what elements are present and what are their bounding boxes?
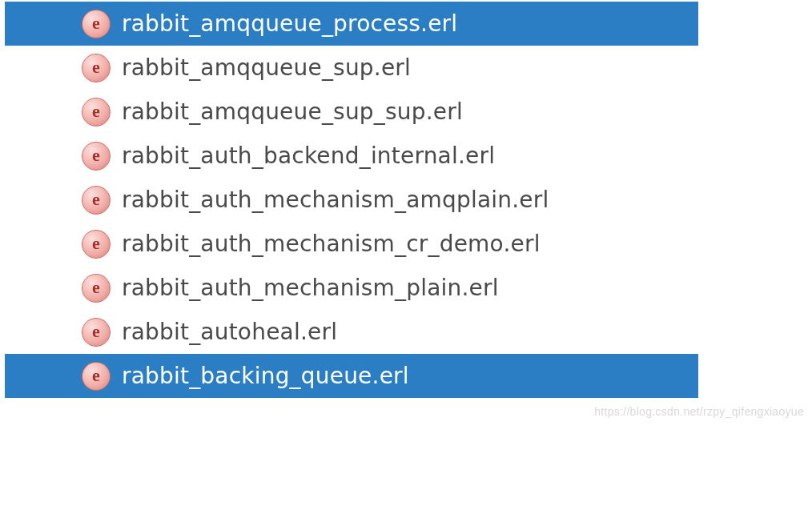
file-row[interactable]: e rabbit_amqqueue_sup.erl — [5, 46, 698, 90]
file-name-label: rabbit_auth_mechanism_amqplain.erl — [122, 187, 549, 213]
erlang-file-icon: e — [82, 54, 111, 82]
watermark-text: https://blog.csdn.net/rzpy_qifengxiaoyue — [594, 405, 804, 418]
file-name-label: rabbit_amqqueue_process.erl — [122, 10, 457, 37]
erlang-file-icon: e — [82, 318, 111, 347]
file-row[interactable]: e rabbit_auth_backend_internal.erl — [5, 134, 698, 178]
erlang-file-icon: e — [82, 10, 111, 38]
file-name-label: rabbit_amqqueue_sup_sup.erl — [122, 98, 463, 125]
file-list: e rabbit_amqqueue_process.erl e rabbit_a… — [5, 2, 698, 398]
file-row[interactable]: e rabbit_auth_mechanism_plain.erl — [5, 266, 698, 310]
erlang-file-icon: e — [82, 98, 111, 126]
file-name-label: rabbit_auth_backend_internal.erl — [122, 143, 495, 169]
erlang-file-icon: e — [82, 142, 111, 171]
erlang-file-icon: e — [82, 186, 111, 215]
erlang-file-icon: e — [82, 362, 111, 391]
file-row[interactable]: e rabbit_auth_mechanism_cr_demo.erl — [5, 222, 698, 266]
file-row[interactable]: e rabbit_amqqueue_sup_sup.erl — [5, 90, 698, 134]
file-name-label: rabbit_auth_mechanism_cr_demo.erl — [122, 231, 541, 257]
file-name-label: rabbit_auth_mechanism_plain.erl — [122, 275, 499, 301]
file-row[interactable]: e rabbit_backing_queue.erl — [5, 354, 698, 398]
file-row[interactable]: e rabbit_autoheal.erl — [5, 310, 698, 354]
erlang-file-icon: e — [82, 230, 111, 259]
file-name-label: rabbit_amqqueue_sup.erl — [122, 54, 411, 81]
file-name-label: rabbit_backing_queue.erl — [122, 363, 409, 389]
file-name-label: rabbit_autoheal.erl — [122, 319, 337, 345]
erlang-file-icon: e — [82, 274, 111, 303]
file-row[interactable]: e rabbit_amqqueue_process.erl — [5, 2, 698, 46]
file-row[interactable]: e rabbit_auth_mechanism_amqplain.erl — [5, 178, 698, 222]
